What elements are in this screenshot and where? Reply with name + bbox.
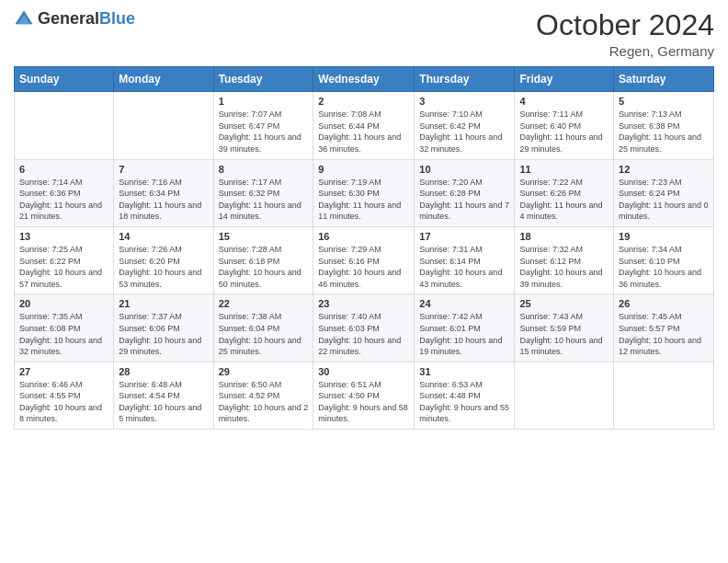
day-number: 15	[219, 231, 309, 242]
table-row: 12Sunrise: 7:23 AM Sunset: 6:24 PM Dayli…	[614, 159, 714, 226]
table-row	[614, 362, 714, 429]
day-number: 17	[419, 231, 509, 242]
logo-general: GeneralBlue	[38, 10, 135, 29]
col-thursday: Thursday	[415, 67, 515, 92]
day-content: Sunrise: 6:51 AM Sunset: 4:50 PM Dayligh…	[318, 379, 409, 425]
day-content: Sunrise: 7:35 AM Sunset: 6:08 PM Dayligh…	[19, 311, 108, 357]
table-row: 13Sunrise: 7:25 AM Sunset: 6:22 PM Dayli…	[15, 226, 114, 293]
table-row: 17Sunrise: 7:31 AM Sunset: 6:14 PM Dayli…	[415, 226, 515, 293]
day-content: Sunrise: 7:14 AM Sunset: 6:36 PM Dayligh…	[19, 177, 108, 223]
col-tuesday: Tuesday	[213, 67, 313, 92]
day-number: 19	[619, 231, 709, 242]
logo: GeneralBlue	[14, 9, 135, 29]
month-title: October 2024	[536, 9, 714, 41]
day-number: 9	[318, 164, 409, 175]
day-number: 1	[219, 96, 309, 107]
table-row: 10Sunrise: 7:20 AM Sunset: 6:28 PM Dayli…	[415, 159, 515, 226]
day-number: 26	[619, 298, 709, 309]
table-row: 4Sunrise: 7:11 AM Sunset: 6:40 PM Daylig…	[515, 92, 614, 159]
calendar-week-row: 27Sunrise: 6:46 AM Sunset: 4:55 PM Dayli…	[15, 362, 714, 429]
day-number: 28	[119, 366, 208, 377]
table-row: 18Sunrise: 7:32 AM Sunset: 6:12 PM Dayli…	[515, 226, 614, 293]
day-content: Sunrise: 7:32 AM Sunset: 6:12 PM Dayligh…	[519, 244, 609, 290]
day-number: 14	[119, 231, 208, 242]
day-number: 31	[419, 366, 509, 377]
day-number: 4	[519, 96, 609, 107]
table-row: 25Sunrise: 7:43 AM Sunset: 5:59 PM Dayli…	[515, 294, 614, 362]
table-row: 6Sunrise: 7:14 AM Sunset: 6:36 PM Daylig…	[15, 159, 114, 226]
day-content: Sunrise: 7:34 AM Sunset: 6:10 PM Dayligh…	[619, 244, 709, 290]
table-row: 31Sunrise: 6:53 AM Sunset: 4:48 PM Dayli…	[415, 362, 515, 429]
day-number: 13	[19, 231, 108, 242]
day-content: Sunrise: 7:23 AM Sunset: 6:24 PM Dayligh…	[619, 177, 709, 223]
table-row	[114, 92, 213, 159]
day-content: Sunrise: 7:37 AM Sunset: 6:06 PM Dayligh…	[119, 311, 208, 357]
table-row: 27Sunrise: 6:46 AM Sunset: 4:55 PM Dayli…	[15, 362, 114, 429]
day-number: 22	[219, 298, 309, 309]
day-number: 25	[519, 298, 609, 309]
day-number: 2	[318, 96, 409, 107]
calendar-week-row: 6Sunrise: 7:14 AM Sunset: 6:36 PM Daylig…	[15, 159, 714, 226]
day-number: 11	[519, 164, 609, 175]
day-content: Sunrise: 7:13 AM Sunset: 6:38 PM Dayligh…	[619, 109, 709, 155]
col-saturday: Saturday	[614, 67, 714, 92]
day-content: Sunrise: 7:16 AM Sunset: 6:34 PM Dayligh…	[119, 177, 208, 223]
title-block: October 2024 Regen, Germany	[536, 9, 714, 59]
calendar: Sunday Monday Tuesday Wednesday Thursday…	[14, 66, 714, 430]
day-number: 3	[419, 96, 509, 107]
day-content: Sunrise: 7:38 AM Sunset: 6:04 PM Dayligh…	[219, 311, 309, 357]
table-row: 30Sunrise: 6:51 AM Sunset: 4:50 PM Dayli…	[313, 362, 415, 429]
day-content: Sunrise: 6:53 AM Sunset: 4:48 PM Dayligh…	[419, 379, 509, 425]
day-number: 24	[419, 298, 509, 309]
day-content: Sunrise: 7:29 AM Sunset: 6:16 PM Dayligh…	[318, 244, 409, 290]
table-row: 19Sunrise: 7:34 AM Sunset: 6:10 PM Dayli…	[614, 226, 714, 293]
table-row: 11Sunrise: 7:22 AM Sunset: 6:26 PM Dayli…	[515, 159, 614, 226]
day-content: Sunrise: 7:10 AM Sunset: 6:42 PM Dayligh…	[419, 109, 509, 155]
table-row: 2Sunrise: 7:08 AM Sunset: 6:44 PM Daylig…	[313, 92, 415, 159]
col-wednesday: Wednesday	[313, 67, 415, 92]
table-row: 9Sunrise: 7:19 AM Sunset: 6:30 PM Daylig…	[313, 159, 415, 226]
day-content: Sunrise: 7:07 AM Sunset: 6:47 PM Dayligh…	[219, 109, 309, 155]
day-number: 5	[619, 96, 709, 107]
day-number: 27	[19, 366, 108, 377]
day-number: 8	[219, 164, 309, 175]
table-row: 26Sunrise: 7:45 AM Sunset: 5:57 PM Dayli…	[614, 294, 714, 362]
day-number: 18	[519, 231, 609, 242]
day-content: Sunrise: 7:42 AM Sunset: 6:01 PM Dayligh…	[419, 311, 509, 357]
day-content: Sunrise: 7:20 AM Sunset: 6:28 PM Dayligh…	[419, 177, 509, 223]
col-sunday: Sunday	[15, 67, 114, 92]
logo-icon	[14, 9, 34, 29]
day-number: 29	[219, 366, 309, 377]
table-row: 16Sunrise: 7:29 AM Sunset: 6:16 PM Dayli…	[313, 226, 415, 293]
day-content: Sunrise: 7:11 AM Sunset: 6:40 PM Dayligh…	[519, 109, 609, 155]
day-number: 12	[619, 164, 709, 175]
day-content: Sunrise: 7:19 AM Sunset: 6:30 PM Dayligh…	[318, 177, 409, 223]
table-row: 20Sunrise: 7:35 AM Sunset: 6:08 PM Dayli…	[15, 294, 114, 362]
day-number: 30	[318, 366, 409, 377]
table-row: 21Sunrise: 7:37 AM Sunset: 6:06 PM Dayli…	[114, 294, 213, 362]
day-content: Sunrise: 6:50 AM Sunset: 4:52 PM Dayligh…	[219, 379, 309, 425]
day-content: Sunrise: 7:22 AM Sunset: 6:26 PM Dayligh…	[519, 177, 609, 223]
location-title: Regen, Germany	[536, 43, 714, 59]
table-row: 28Sunrise: 6:48 AM Sunset: 4:54 PM Dayli…	[114, 362, 213, 429]
calendar-week-row: 1Sunrise: 7:07 AM Sunset: 6:47 PM Daylig…	[15, 92, 714, 159]
day-number: 20	[19, 298, 108, 309]
col-friday: Friday	[515, 67, 614, 92]
table-row: 7Sunrise: 7:16 AM Sunset: 6:34 PM Daylig…	[114, 159, 213, 226]
calendar-week-row: 13Sunrise: 7:25 AM Sunset: 6:22 PM Dayli…	[15, 226, 714, 293]
table-row: 3Sunrise: 7:10 AM Sunset: 6:42 PM Daylig…	[415, 92, 515, 159]
calendar-week-row: 20Sunrise: 7:35 AM Sunset: 6:08 PM Dayli…	[15, 294, 714, 362]
table-row: 24Sunrise: 7:42 AM Sunset: 6:01 PM Dayli…	[415, 294, 515, 362]
day-content: Sunrise: 7:17 AM Sunset: 6:32 PM Dayligh…	[219, 177, 309, 223]
col-monday: Monday	[114, 67, 213, 92]
day-content: Sunrise: 7:31 AM Sunset: 6:14 PM Dayligh…	[419, 244, 509, 290]
table-row	[15, 92, 114, 159]
table-row: 5Sunrise: 7:13 AM Sunset: 6:38 PM Daylig…	[614, 92, 714, 159]
day-number: 10	[419, 164, 509, 175]
calendar-header-row: Sunday Monday Tuesday Wednesday Thursday…	[15, 67, 714, 92]
day-content: Sunrise: 6:48 AM Sunset: 4:54 PM Dayligh…	[119, 379, 208, 425]
day-number: 23	[318, 298, 409, 309]
day-content: Sunrise: 7:45 AM Sunset: 5:57 PM Dayligh…	[619, 311, 709, 357]
day-content: Sunrise: 7:26 AM Sunset: 6:20 PM Dayligh…	[119, 244, 208, 290]
day-number: 21	[119, 298, 208, 309]
